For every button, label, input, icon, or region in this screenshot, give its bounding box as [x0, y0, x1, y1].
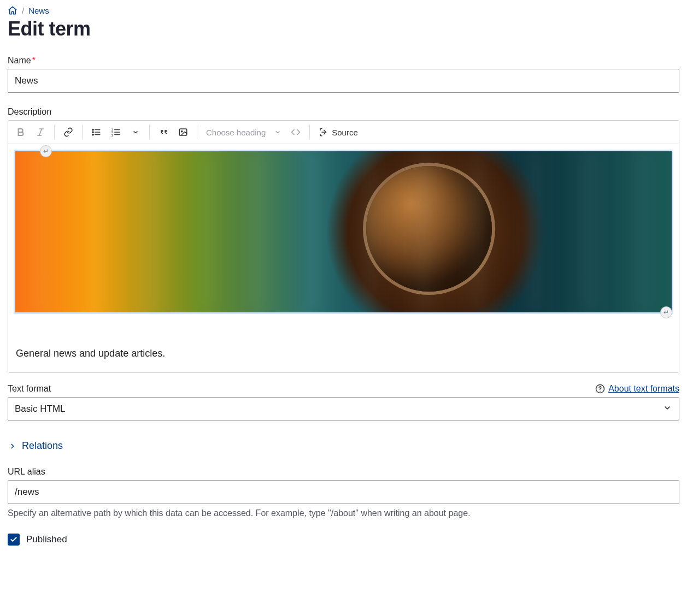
editor-content[interactable]: ↵ ↵ General news and update articles.	[8, 150, 679, 372]
svg-line-2	[39, 129, 42, 135]
svg-text:3: 3	[111, 134, 113, 137]
code-icon	[291, 127, 301, 137]
bold-button[interactable]	[11, 123, 30, 141]
text-format-label: Text format	[8, 384, 51, 394]
bold-icon	[16, 127, 26, 137]
source-button-label: Source	[332, 128, 358, 137]
name-label: Name*	[8, 56, 679, 66]
breadcrumb-current[interactable]: News	[28, 6, 49, 15]
svg-point-3	[92, 129, 93, 130]
numbered-list-icon: 123	[111, 127, 121, 137]
relations-label: Relations	[22, 440, 63, 452]
url-alias-label: URL alias	[8, 467, 679, 477]
check-icon	[10, 536, 17, 543]
help-icon	[595, 384, 605, 394]
text-format-select[interactable]: Basic HTML	[8, 397, 679, 420]
description-label: Description	[8, 107, 679, 117]
name-input[interactable]	[8, 69, 679, 93]
source-button[interactable]: Source	[314, 123, 362, 141]
numbered-list-button[interactable]: 123	[107, 123, 125, 141]
editor-toolbar: 123 Choose heading Source	[8, 121, 679, 144]
field-url-alias: URL alias Specify an alternative path by…	[8, 467, 679, 518]
toolbar-separator	[149, 125, 150, 139]
italic-icon	[36, 127, 45, 137]
chevron-right-icon	[9, 442, 16, 450]
blockquote-icon	[158, 127, 168, 137]
text-format-row: Text format About text formats	[8, 384, 679, 394]
bulleted-list-icon	[91, 127, 101, 137]
published-label: Published	[26, 534, 67, 545]
toolbar-separator	[309, 125, 310, 139]
relations-summary[interactable]: Relations	[8, 435, 679, 455]
chevron-down-icon	[274, 129, 281, 135]
published-row: Published	[8, 534, 679, 546]
url-alias-help: Specify an alternative path by which thi…	[8, 508, 679, 518]
toolbar-separator	[82, 125, 83, 139]
chevron-down-icon	[132, 129, 139, 135]
italic-button[interactable]	[31, 123, 50, 141]
required-mark: *	[32, 56, 36, 65]
svg-point-4	[92, 132, 93, 133]
about-text-formats-label: About text formats	[608, 384, 679, 394]
heading-dropdown-label: Choose heading	[206, 128, 266, 137]
svg-point-5	[92, 134, 93, 135]
source-icon	[319, 127, 328, 137]
rich-text-editor: 123 Choose heading Source	[8, 120, 679, 373]
breadcrumb: / News	[8, 5, 679, 15]
breadcrumb-separator: /	[22, 6, 24, 15]
field-name: Name*	[8, 56, 679, 93]
toolbar-separator	[54, 125, 55, 139]
about-text-formats-link[interactable]: About text formats	[595, 384, 679, 394]
text-format-select-wrap: Basic HTML	[8, 397, 679, 420]
link-icon	[63, 127, 73, 137]
home-icon	[8, 5, 17, 15]
embedded-image[interactable]	[15, 151, 672, 312]
svg-point-19	[600, 391, 601, 392]
list-style-dropdown[interactable]	[126, 123, 145, 141]
image-button[interactable]	[174, 123, 192, 141]
page-title: Edit term	[8, 17, 679, 40]
heading-dropdown[interactable]: Choose heading	[202, 123, 285, 141]
editor-paragraph[interactable]: General news and update articles.	[16, 347, 679, 360]
blockquote-button[interactable]	[154, 123, 173, 141]
field-description: Description 123	[8, 107, 679, 373]
code-button[interactable]	[286, 123, 305, 141]
editor-image[interactable]: ↵ ↵	[14, 150, 673, 314]
drag-handle-before[interactable]: ↵	[40, 145, 52, 157]
drag-handle-after[interactable]: ↵	[660, 306, 672, 318]
toolbar-separator	[197, 125, 197, 139]
breadcrumb-home[interactable]	[8, 5, 17, 15]
link-button[interactable]	[59, 123, 78, 141]
image-icon	[178, 127, 188, 137]
published-checkbox[interactable]	[8, 534, 20, 546]
url-alias-input[interactable]	[8, 480, 679, 504]
bulleted-list-button[interactable]	[87, 123, 105, 141]
svg-point-16	[181, 131, 183, 132]
name-label-text: Name	[8, 56, 31, 65]
